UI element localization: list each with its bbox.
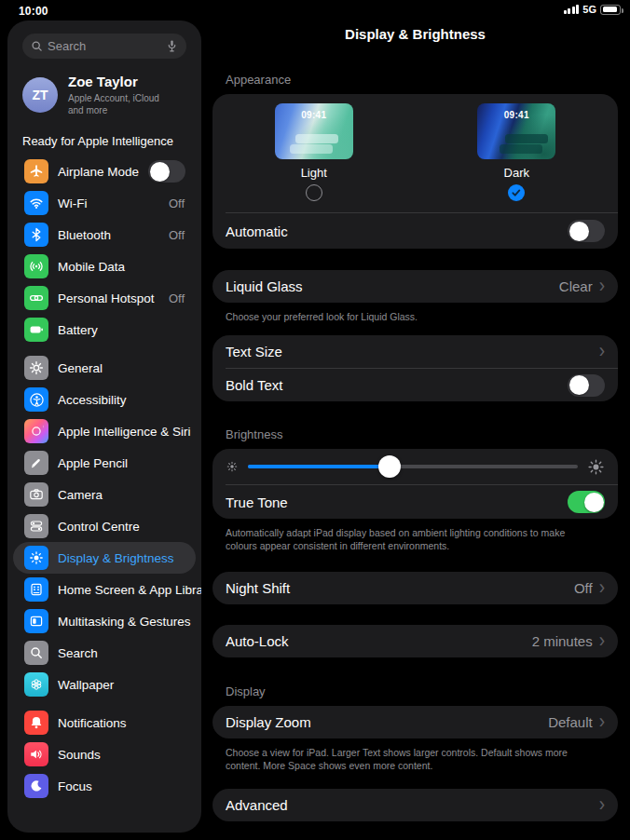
sidebar-item-wallpaper[interactable]: Wallpaper	[13, 669, 196, 700]
hotspot-status: Off	[169, 291, 185, 305]
dark-label: Dark	[504, 166, 529, 180]
sidebar-item-display-brightness[interactable]: Display & Brightness	[13, 542, 196, 574]
sidebar-item-control-centre[interactable]: Control Centre	[13, 510, 196, 542]
bold-text-toggle[interactable]	[568, 374, 605, 397]
avatar: ZT	[22, 77, 58, 113]
sidebar-item-home-screen-app-library[interactable]: Home Screen & App Library	[13, 574, 196, 605]
liquid-glass-card: Liquid Glass Clear ›	[212, 270, 618, 303]
sidebar-item-search[interactable]: Search	[13, 637, 196, 669]
true-tone-toggle[interactable]	[568, 491, 605, 513]
profile-name: Zoe Taylor	[68, 74, 171, 90]
sidebar-item-airplane-mode[interactable]: Airplane Mode	[13, 156, 196, 187]
apple-intelligence-icon	[24, 419, 48, 443]
sidebar-item-camera[interactable]: Camera	[13, 479, 196, 510]
light-label: Light	[301, 166, 327, 180]
chevron-right-icon: ›	[599, 275, 605, 295]
appearance-header: Appearance	[212, 73, 618, 87]
sidebar-item-multitasking-gestures[interactable]: Multitasking & Gestures	[13, 605, 196, 637]
sidebar-item-battery[interactable]: Battery	[13, 314, 196, 345]
automatic-label: Automatic	[226, 224, 568, 239]
sidebar-item-sounds[interactable]: Sounds	[13, 738, 196, 770]
chevron-right-icon: ›	[599, 576, 605, 597]
clock: 10:00	[19, 5, 48, 18]
control-centre-icon	[24, 514, 48, 538]
auto-lock-row[interactable]: Auto-Lock 2 minutes ›	[212, 625, 618, 657]
true-tone-row: True Tone	[212, 485, 618, 519]
light-appearance-option[interactable]: 09:41 Light	[212, 103, 416, 201]
sidebar-item-accessibility[interactable]: Accessibility	[13, 384, 196, 415]
pencil-icon	[24, 451, 48, 475]
display-zoom-value: Default	[548, 714, 593, 730]
dark-appearance-option[interactable]: 09:41 Dark	[416, 103, 619, 201]
airplane-mode-toggle[interactable]	[148, 160, 185, 183]
sidebar-item-mobile-data[interactable]: Mobile Data	[13, 251, 196, 282]
night-shift-value: Off	[574, 580, 593, 596]
sidebar-item-notifications[interactable]: Notifications	[13, 707, 196, 738]
apple-intelligence-banner[interactable]: Ready for Apple Intelligence	[22, 134, 186, 148]
auto-lock-value: 2 minutes	[532, 633, 593, 649]
light-mode-thumbnail[interactable]: 09:41	[275, 103, 353, 159]
sidebar-nav: Airplane Mode Wi-Fi Off Bluetooth Off Mo…	[7, 156, 201, 802]
text-size-row[interactable]: Text Size ›	[212, 335, 618, 368]
true-tone-footnote: Automatically adapt iPad display based o…	[212, 526, 604, 552]
sidebar-item-wifi[interactable]: Wi-Fi Off	[13, 187, 196, 219]
wifi-icon	[24, 191, 48, 215]
night-shift-row[interactable]: Night Shift Off ›	[212, 572, 618, 604]
apple-account-row[interactable]: ZT Zoe Taylor Apple Account, iCloud and …	[22, 74, 186, 116]
display-zoom-row[interactable]: Display Zoom Default ›	[212, 706, 618, 738]
search-icon	[31, 40, 43, 52]
display-zoom-card: Display Zoom Default ›	[212, 706, 618, 738]
sidebar-item-apple-intelligence-siri[interactable]: Apple Intelligence & Siri	[13, 415, 196, 447]
multitasking-icon	[24, 609, 48, 633]
brightness-slider-row	[212, 449, 618, 484]
bold-text-row: Bold Text	[212, 369, 618, 401]
bluetooth-status: Off	[169, 228, 185, 242]
sidebar-item-focus[interactable]: Focus	[13, 770, 196, 802]
sidebar-item-personal-hotspot[interactable]: Personal Hotspot Off	[13, 282, 196, 314]
display-zoom-footnote: Choose a view for iPad. Larger Text show…	[212, 746, 613, 772]
profile-subtitle: Apple Account, iCloud and more	[68, 92, 171, 116]
chevron-right-icon: ›	[599, 341, 605, 361]
display-brightness-pane: Display & Brightness Appearance 09:41 Li…	[212, 0, 618, 821]
microphone-icon[interactable]	[166, 39, 178, 53]
speaker-icon	[24, 742, 48, 766]
wifi-status: Off	[169, 196, 185, 210]
sidebar-item-apple-pencil[interactable]: Apple Pencil	[13, 447, 196, 479]
airplane-icon	[24, 159, 48, 183]
sidebar-item-bluetooth[interactable]: Bluetooth Off	[13, 219, 196, 251]
wallpaper-icon	[24, 672, 48, 697]
brightness-header: Brightness	[212, 427, 618, 441]
brightness-slider-track[interactable]	[248, 465, 578, 468]
dark-mode-thumbnail[interactable]: 09:41	[477, 103, 555, 159]
chevron-right-icon: ›	[599, 711, 605, 731]
automatic-toggle[interactable]	[568, 220, 605, 242]
brightness-low-icon	[226, 460, 239, 473]
moon-icon	[24, 774, 48, 798]
dark-radio-selected-check-icon[interactable]	[508, 184, 525, 201]
advanced-card: Advanced ›	[212, 789, 618, 821]
automatic-row: Automatic	[212, 213, 618, 249]
liquid-glass-footnote: Choose your preferred look for Liquid Gl…	[212, 310, 618, 323]
liquid-glass-row[interactable]: Liquid Glass Clear ›	[212, 270, 618, 303]
mobile-data-icon	[24, 254, 48, 278]
hotspot-icon	[24, 286, 48, 310]
display-header: Display	[212, 684, 618, 698]
sidebar-item-general[interactable]: General	[13, 352, 196, 384]
advanced-row[interactable]: Advanced ›	[212, 789, 618, 821]
brightness-high-icon	[587, 458, 605, 476]
accessibility-icon	[24, 387, 48, 412]
brightness-card: True Tone	[212, 449, 618, 519]
search-input[interactable]: Search	[22, 34, 186, 59]
auto-lock-card: Auto-Lock 2 minutes ›	[212, 625, 618, 657]
bell-icon	[24, 711, 48, 735]
settings-sidebar: Search ZT Zoe Taylor Apple Account, iClo…	[7, 20, 201, 833]
home-screen-icon	[24, 577, 48, 602]
brightness-slider-fill	[248, 465, 390, 468]
search-placeholder: Search	[48, 39, 161, 53]
liquid-glass-value: Clear	[559, 278, 593, 294]
display-brightness-icon	[24, 546, 48, 570]
light-radio-unselected[interactable]	[306, 184, 322, 201]
appearance-card: 09:41 Light 09:41 Dark Automatic	[212, 94, 618, 249]
text-size-card: Text Size › Bold Text	[212, 335, 618, 401]
brightness-slider-knob[interactable]	[378, 455, 401, 478]
